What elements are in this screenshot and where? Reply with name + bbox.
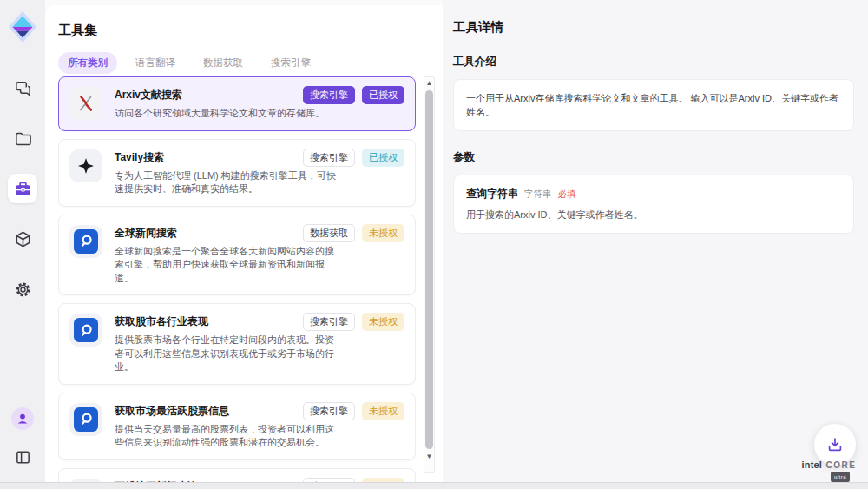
intro-heading: 工具介绍: [453, 55, 854, 69]
intel-wordmark: intel: [802, 459, 823, 470]
sparkle-star-icon: [69, 149, 102, 182]
category-badge: 搜索引擎: [303, 402, 355, 420]
tool-detail-panel: 工具详情 工具介绍 一个用于从Arxiv存储库搜索科学论文和文章的工具。 输入可…: [443, 0, 868, 482]
core-wordmark: CORE: [826, 460, 857, 470]
download-icon: [825, 435, 845, 454]
scroll-up-arrow[interactable]: ▲: [424, 79, 434, 87]
tab-translation[interactable]: 语言翻译: [126, 52, 185, 74]
auth-status-badge: 未授权: [362, 402, 404, 420]
tool-description: 全球新闻搜索是一个聚合全球各大新闻网站内容的搜索引擎，帮助用户快速获取全球最新资…: [115, 245, 340, 286]
window-bottom-edge: [0, 482, 868, 489]
tool-badges: 搜索引擎 未授权: [303, 402, 404, 420]
tab-search-engine[interactable]: 搜索引擎: [261, 52, 320, 74]
parameter-box: 查询字符串 字符串 必填 用于搜索的Arxiv ID、关键字或作者姓名。: [453, 175, 854, 234]
parameter-name: 查询字符串: [466, 187, 518, 202]
category-badge: 搜索引擎: [303, 313, 355, 331]
auth-status-badge: 已授权: [362, 86, 404, 104]
auth-status-badge: 已授权: [362, 149, 404, 167]
gear-icon: [14, 281, 32, 299]
tool-list-panel: 工具集 所有类别 语言翻译 数据获取 搜索引擎 Arxiv文献搜索: [45, 5, 443, 482]
auth-status-badge: 未授权: [362, 313, 404, 331]
tool-badges: 搜索引擎 已授权: [303, 149, 404, 167]
tool-list-header: 工具集 所有类别 语言翻译 数据获取 搜索引擎: [45, 5, 443, 74]
sidebar-item-settings[interactable]: [8, 274, 37, 304]
tab-data-fetch[interactable]: 数据获取: [194, 52, 253, 74]
intel-core-logo: intel CORE ultra: [800, 459, 858, 482]
parameter-header: 查询字符串 字符串 必填: [466, 187, 841, 202]
params-heading: 参数: [453, 150, 854, 165]
category-badge: 搜索引擎: [303, 149, 355, 167]
scrollbar-thumb[interactable]: [425, 90, 433, 449]
tool-description: 专为人工智能代理 (LLM) 构建的搜索引擎工具，可快速提供实时、准确和真实的结…: [115, 169, 340, 196]
detail-title: 工具详情: [453, 19, 854, 36]
list-scrollbar[interactable]: ▲ ▼: [424, 76, 435, 473]
parameter-type: 字符串: [524, 188, 552, 201]
intro-box: 一个用于从Arxiv存储库搜索科学论文和文章的工具。 输入可以是Arxiv ID…: [453, 79, 854, 131]
arxiv-x-icon: [69, 87, 102, 120]
intro-text: 一个用于从Arxiv存储库搜索科学论文和文章的工具。 输入可以是Arxiv ID…: [466, 91, 841, 119]
tool-badges: 搜索引擎 未授权: [303, 313, 404, 331]
sidebar-bottom: [8, 407, 37, 472]
folder-icon: [14, 129, 32, 148]
sidebar-item-files[interactable]: [8, 123, 37, 153]
ultra-badge: ultra: [831, 472, 850, 482]
tool-name: Arxiv文献搜索: [115, 88, 325, 102]
tool-card-regional-news[interactable]: 万维地区新闻查询 查询具体行政区划内的新闻，快速了解各地新闻动 搜索引擎 未授权: [58, 468, 416, 483]
tool-badges: 搜索引擎 已授权: [303, 86, 404, 104]
chat-icon: [14, 79, 32, 97]
app-logo-diamond-icon: [8, 10, 37, 43]
tool-card-tavily[interactable]: Tavily搜索 专为人工智能代理 (LLM) 构建的搜索引擎工具，可快速提供实…: [58, 139, 416, 207]
sidebar-item-chat[interactable]: [8, 73, 37, 102]
sidebar-item-models[interactable]: [8, 224, 37, 254]
auth-status-badge: 未授权: [362, 224, 404, 242]
collapse-panel-button[interactable]: [8, 442, 37, 472]
scroll-down-arrow[interactable]: ▼: [424, 453, 434, 460]
sidebar-item-toolbox[interactable]: [8, 174, 37, 203]
tool-badges: 数据获取 未授权: [303, 224, 404, 242]
left-sidebar: [0, 0, 45, 482]
category-tabs: 所有类别 语言翻译 数据获取 搜索引擎: [58, 52, 443, 74]
tool-description: 提供当天交易量最高的股票列表，投资者可以利用这些信息来识别流动性强的股票和潜在的…: [115, 423, 340, 450]
tool-description: 访问各个研究领域大量科学论文和文章的存储库。: [115, 107, 325, 121]
tool-card-global-news[interactable]: 全球新闻搜索 全球新闻搜索是一个聚合全球各大新闻网站内容的搜索引擎，帮助用户快速…: [58, 215, 416, 296]
cube-icon: [14, 230, 32, 248]
blue-magnifier-icon: [69, 403, 102, 436]
tab-all-categories[interactable]: 所有类别: [58, 52, 117, 74]
blue-magnifier-icon: [69, 314, 102, 347]
sidebar-nav: [8, 73, 37, 304]
tool-card-arxiv[interactable]: Arxiv文献搜索 访问各个研究领域大量科学论文和文章的存储库。 搜索引擎 已授…: [58, 76, 416, 131]
parameter-required-flag: 必填: [558, 188, 576, 201]
tool-card-sector-performance[interactable]: 获取股市各行业表现 提供股票市场各个行业在特定时间段内的表现。投资者可以利用这些…: [58, 303, 416, 385]
tool-card-active-stocks[interactable]: 获取市场最活跃股票信息 提供当天交易量最高的股票列表，投资者可以利用这些信息来识…: [58, 393, 416, 460]
category-badge: 搜索引擎: [303, 86, 355, 104]
category-badge: 数据获取: [303, 224, 355, 242]
user-icon: [16, 412, 30, 426]
parameter-description: 用于搜索的Arxiv ID、关键字或作者姓名。: [466, 208, 841, 221]
page-title: 工具集: [58, 23, 443, 39]
tool-card-list: Arxiv文献搜索 访问各个研究领域大量科学论文和文章的存储库。 搜索引擎 已授…: [58, 76, 416, 482]
blue-magnifier-icon: [69, 225, 102, 258]
panel-toggle-icon: [15, 449, 31, 466]
tool-description: 提供股票市场各个行业在特定时间段内的表现。投资者可以利用这些信息来识别表现优于或…: [115, 334, 340, 374]
app-window: 工具集 所有类别 语言翻译 数据获取 搜索引擎 Arxiv文献搜索: [0, 0, 868, 489]
toolbox-icon: [14, 180, 32, 198]
user-avatar[interactable]: [11, 407, 34, 430]
